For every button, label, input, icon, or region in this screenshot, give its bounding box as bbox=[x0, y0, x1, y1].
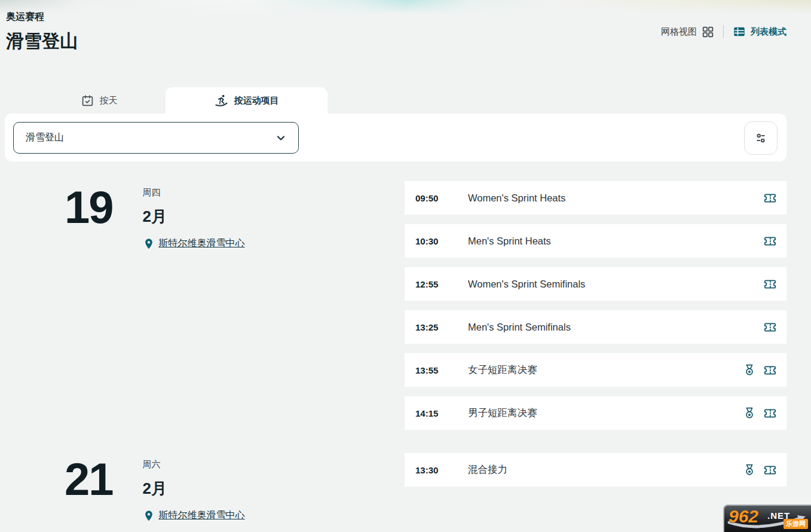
day-meta: 周六 2月 斯特尔维奥滑雪中心 bbox=[143, 454, 245, 522]
day-group-header: 21 周六 2月 斯特尔维奥滑雪中心 bbox=[65, 454, 245, 522]
sliders-icon bbox=[753, 130, 769, 146]
venue-link[interactable]: 斯特尔维奥滑雪中心 bbox=[159, 509, 245, 522]
event-list: 09:50 Women's Sprint Heats 10:30 Men's S… bbox=[405, 181, 786, 439]
event-title: 男子短距离决赛 bbox=[468, 406, 743, 420]
event-time: 13:55 bbox=[405, 365, 468, 375]
event-title: Women's Sprint Semifinals bbox=[468, 279, 764, 290]
view-toggle: 网格视图 列表模式 bbox=[661, 25, 786, 38]
grid-view-button[interactable]: 网格视图 bbox=[661, 26, 714, 38]
watermark-name: 乐游网 bbox=[784, 519, 808, 529]
grid-icon bbox=[702, 26, 714, 38]
venue-link[interactable]: 斯特尔维奥滑雪中心 bbox=[159, 237, 245, 250]
list-mode-label: 列表模式 bbox=[751, 26, 786, 38]
day-meta: 周四 2月 斯特尔维奥滑雪中心 bbox=[143, 182, 245, 250]
event-title: Women's Sprint Heats bbox=[468, 192, 764, 204]
decorative-header-tint bbox=[0, 0, 811, 16]
event-title: 女子短距离决赛 bbox=[468, 363, 743, 377]
event-time: 10:30 bbox=[405, 236, 468, 246]
event-time: 13:30 bbox=[405, 465, 468, 475]
event-time: 13:25 bbox=[405, 322, 468, 332]
tab-by-sport-label: 按运动项目 bbox=[234, 95, 279, 106]
filter-panel: 滑雪登山 bbox=[5, 114, 786, 161]
tab-by-day-label: 按天 bbox=[100, 95, 118, 106]
list-mode-button[interactable]: 列表模式 bbox=[733, 25, 786, 38]
filter-button[interactable] bbox=[744, 121, 778, 155]
ticket-icon[interactable] bbox=[764, 235, 776, 247]
month-label: 2月 bbox=[143, 206, 245, 227]
medal-icon bbox=[743, 463, 756, 476]
site-watermark[interactable]: 962 .NET 乐游网 bbox=[723, 505, 811, 532]
day-number: 19 bbox=[65, 182, 113, 250]
event-row[interactable]: 13:55 女子短距离决赛 bbox=[405, 353, 786, 387]
event-row[interactable]: 13:30 混合接力 bbox=[405, 453, 786, 487]
tab-by-day[interactable]: 按天 bbox=[47, 87, 152, 114]
event-time: 09:50 bbox=[405, 193, 468, 203]
event-time: 12:55 bbox=[405, 279, 468, 289]
event-row[interactable]: 09:50 Women's Sprint Heats bbox=[405, 181, 786, 215]
weekday-label: 周六 bbox=[143, 459, 245, 470]
tab-by-sport[interactable]: 按运动项目 bbox=[166, 87, 328, 114]
ticket-icon[interactable] bbox=[764, 278, 776, 291]
ticket-icon[interactable] bbox=[764, 364, 776, 377]
event-time: 14:15 bbox=[405, 408, 468, 418]
list-icon bbox=[733, 25, 746, 38]
event-row[interactable]: 12:55 Women's Sprint Semifinals bbox=[405, 267, 786, 301]
medal-icon bbox=[743, 363, 756, 377]
event-title: 混合接力 bbox=[468, 463, 743, 476]
page-title: 滑雪登山 bbox=[6, 29, 78, 54]
page-header: 奥运赛程 滑雪登山 bbox=[6, 11, 78, 54]
location-pin-icon bbox=[143, 238, 155, 250]
ticket-icon[interactable] bbox=[764, 464, 776, 476]
weekday-label: 周四 bbox=[143, 187, 245, 198]
ticket-icon[interactable] bbox=[764, 407, 776, 420]
grid-view-label: 网格视图 bbox=[661, 26, 697, 38]
location-pin-icon bbox=[143, 510, 155, 522]
month-label: 2月 bbox=[143, 478, 245, 499]
event-row[interactable]: 10:30 Men's Sprint Heats bbox=[405, 224, 786, 258]
venue-row: 斯特尔维奥滑雪中心 bbox=[143, 509, 245, 522]
medal-icon bbox=[743, 406, 756, 420]
watermark-number: 962 bbox=[729, 506, 758, 527]
event-title: Men's Sprint Semifinals bbox=[468, 322, 764, 333]
sport-select[interactable]: 滑雪登山 bbox=[13, 122, 299, 154]
chevron-down-icon bbox=[274, 132, 287, 145]
ticket-icon[interactable] bbox=[764, 192, 776, 204]
calendar-check-icon bbox=[81, 94, 94, 107]
event-title: Men's Sprint Heats bbox=[468, 236, 764, 247]
toggle-divider bbox=[723, 25, 724, 38]
skier-icon bbox=[215, 94, 228, 108]
ticket-icon[interactable] bbox=[764, 321, 776, 334]
event-row[interactable]: 13:25 Men's Sprint Semifinals bbox=[405, 310, 786, 344]
breadcrumb: 奥运赛程 bbox=[6, 11, 78, 23]
event-list: 13:30 混合接力 bbox=[405, 453, 786, 496]
event-row[interactable]: 14:15 男子短距离决赛 bbox=[405, 396, 786, 430]
sport-select-value: 滑雪登山 bbox=[26, 132, 64, 144]
venue-row: 斯特尔维奥滑雪中心 bbox=[143, 237, 245, 250]
day-number: 21 bbox=[65, 454, 113, 522]
day-group-header: 19 周四 2月 斯特尔维奥滑雪中心 bbox=[65, 182, 245, 250]
